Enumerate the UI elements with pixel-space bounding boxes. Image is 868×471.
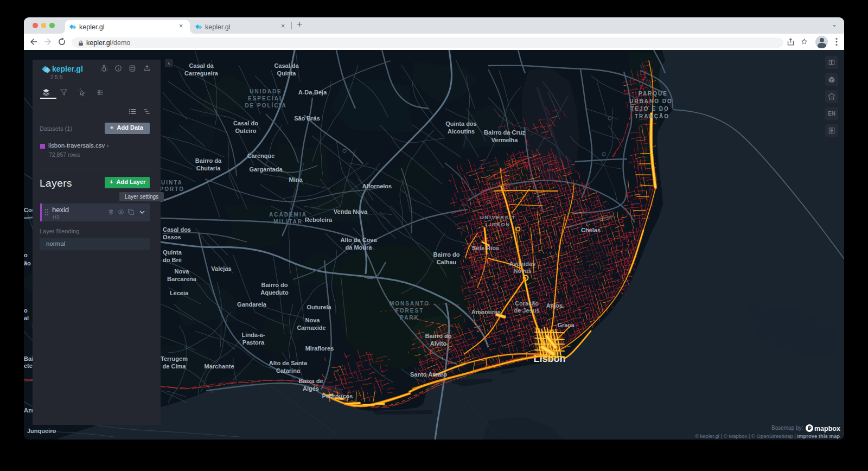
svg-text:Bairro do: Bairro do <box>261 282 288 288</box>
svg-text:Marchante: Marchante <box>204 363 234 370</box>
svg-text:de Cima: de Cima <box>163 363 187 370</box>
svg-text:Casal dos: Casal dos <box>163 226 191 233</box>
svg-text:Avenidas: Avenidas <box>509 260 536 267</box>
svg-text:Sete Rios: Sete Rios <box>472 245 499 251</box>
svg-text:Reboleira: Reboleira <box>305 217 333 223</box>
svg-text:Amoreiras: Amoreiras <box>471 309 501 315</box>
svg-text:Carenque: Carenque <box>247 152 275 159</box>
svg-text:Aqueduto: Aqueduto <box>260 289 289 296</box>
svg-text:Miraflores: Miraflores <box>305 345 334 352</box>
svg-text:Junqueiro: Junqueiro <box>27 428 56 434</box>
svg-text:Alvito: Alvito <box>430 340 447 347</box>
svg-text:Carregueira: Carregueira <box>184 70 219 77</box>
svg-text:Catarina: Catarina <box>276 367 301 374</box>
svg-text:al: al <box>24 315 29 321</box>
svg-text:Chutaria: Chutaria <box>196 165 221 171</box>
svg-text:Alfornelos: Alfornelos <box>362 183 392 189</box>
svg-text:Anjos: Anjos <box>546 302 563 309</box>
svg-text:Alto de Santa: Alto de Santa <box>269 360 308 366</box>
svg-text:TEJO E DO: TEJO E DO <box>630 106 669 112</box>
svg-text:Quinta: Quinta <box>163 249 182 256</box>
svg-text:Leceia: Leceia <box>170 290 189 296</box>
svg-text:URBANO DO: URBANO DO <box>629 98 673 104</box>
svg-text:Bairro da: Bairro da <box>195 157 222 164</box>
svg-text:Ossos: Ossos <box>163 234 181 240</box>
svg-text:MILITAR: MILITAR <box>273 219 303 225</box>
svg-text:o: o <box>24 307 28 314</box>
svg-text:de Jesus: de Jesus <box>514 307 539 314</box>
svg-text:Outurela: Outurela <box>307 304 331 310</box>
svg-text:Casal da: Casal da <box>274 62 299 69</box>
svg-text:Nova: Nova <box>305 317 321 323</box>
svg-text:Novas: Novas <box>513 268 531 274</box>
svg-text:A-Da-Beja: A-Da-Beja <box>298 89 327 96</box>
svg-text:Quinta dos: Quinta dos <box>445 120 476 127</box>
svg-text:o: o <box>24 252 28 258</box>
svg-text:Alto da Cova: Alto da Cova <box>340 237 377 243</box>
svg-text:Calhau: Calhau <box>437 259 457 265</box>
svg-text:Graça: Graça <box>557 322 575 328</box>
svg-text:Valejas: Valejas <box>211 265 231 272</box>
svg-text:FOREST: FOREST <box>395 308 424 314</box>
svg-text:da Moura: da Moura <box>346 244 373 251</box>
svg-text:MONSANTO: MONSANTO <box>390 301 430 307</box>
svg-text:Casal do: Casal do <box>233 120 258 126</box>
svg-text:Bairro da Cruz: Bairro da Cruz <box>484 129 525 136</box>
svg-text:Coração: Coração <box>515 300 539 307</box>
svg-text:Gandarela: Gandarela <box>237 301 267 308</box>
svg-text:Gargantada: Gargantada <box>249 166 283 173</box>
svg-text:UNIVERSIT: UNIVERSIT <box>480 215 516 220</box>
svg-text:Outeiro: Outeiro <box>235 128 256 134</box>
svg-text:Santo Amaro: Santo Amaro <box>410 371 447 378</box>
svg-text:Bairro do: Bairro do <box>433 251 460 258</box>
svg-text:Carnaxide: Carnaxide <box>297 324 326 331</box>
svg-text:Venda Nova: Venda Nova <box>334 208 368 215</box>
svg-text:ESPECIAL: ESPECIAL <box>248 96 284 101</box>
svg-text:TRANÇÃO: TRANÇÃO <box>635 113 669 119</box>
svg-text:Baixa de: Baixa de <box>298 378 323 384</box>
svg-text:Barcarena: Barcarena <box>167 276 197 282</box>
svg-text:UNIDADE: UNIDADE <box>250 88 282 94</box>
svg-text:LISBON: LISBON <box>486 222 510 227</box>
svg-text:Mina: Mina <box>289 176 303 183</box>
svg-text:ACADEMIA: ACADEMIA <box>269 212 307 218</box>
svg-text:Linda-a-: Linda-a- <box>242 332 265 338</box>
svg-text:ão: ão <box>24 260 31 266</box>
svg-text:Alcoutins: Alcoutins <box>448 128 475 135</box>
svg-text:PARQUE: PARQUE <box>639 91 668 97</box>
svg-text:Terrugem: Terrugem <box>161 355 188 362</box>
svg-text:Chelas: Chelas <box>581 227 601 233</box>
svg-text:São Brás: São Brás <box>294 115 320 122</box>
svg-text:do Bré: do Bré <box>163 257 182 263</box>
svg-text:Algés: Algés <box>303 385 319 392</box>
svg-text:Pedrouços: Pedrouços <box>322 393 353 399</box>
svg-text:Vermelha: Vermelha <box>492 137 519 143</box>
svg-text:Pastora: Pastora <box>242 339 265 346</box>
svg-text:DE POLÍCIA: DE POLÍCIA <box>245 102 286 109</box>
svg-text:Quinta: Quinta <box>277 70 297 77</box>
svg-text:Casal da: Casal da <box>189 62 214 69</box>
svg-text:Bairro do: Bairro do <box>425 333 452 339</box>
svg-text:mapbox: mapbox <box>814 425 840 432</box>
svg-text:PARK: PARK <box>400 315 419 321</box>
svg-text:Nova: Nova <box>175 268 190 275</box>
